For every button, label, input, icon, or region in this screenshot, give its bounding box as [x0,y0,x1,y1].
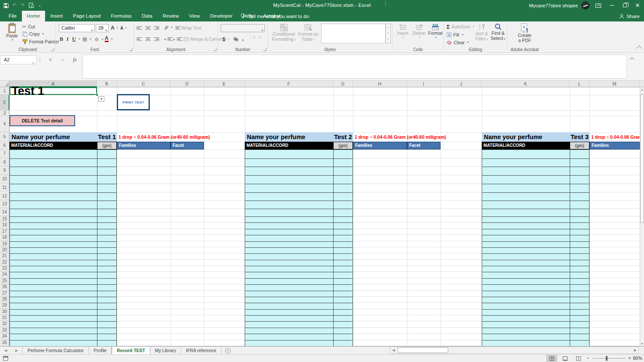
row-header-7[interactable]: 7 [0,149,9,158]
ribbon-tab-insert[interactable]: Insert [45,11,68,21]
autosum-button[interactable]: ΣAutoSum▾ [447,23,474,30]
row-header-31[interactable]: 31 [0,315,9,321]
row-header-12[interactable]: 12 [0,192,9,201]
format-cells-button[interactable]: Format▾ [428,24,443,39]
column-header-G[interactable]: G [333,81,353,87]
gm-header[interactable]: (gm) [570,142,589,149]
zoom-level[interactable]: 90% [633,355,642,362]
share-button[interactable]: Share [619,11,640,21]
align-bottom-button[interactable] [154,24,159,31]
row-header-9[interactable]: 9 [0,166,9,175]
decrease-indent-button[interactable]: ◂ [164,36,171,43]
row-header-28[interactable]: 28 [0,296,9,302]
font-dialog-launcher[interactable] [129,48,132,51]
sheet-nav-right-icon[interactable]: ▶ [11,347,22,354]
row-header-17[interactable]: 17 [0,228,9,234]
row-header-10[interactable]: 10 [0,175,9,183]
select-all-corner[interactable] [0,81,9,87]
row-header-4[interactable]: 4 [0,116,9,132]
horizontal-scrollbar[interactable]: ◀ ▶ [390,347,639,354]
row-header-23[interactable]: 23 [0,265,9,271]
print-test-button[interactable]: PRINT TEST [117,94,150,110]
clipboard-dialog-launcher[interactable] [51,48,54,51]
restore-button[interactable] [618,0,631,11]
facet-header[interactable]: Facet [407,142,440,149]
column-header-L[interactable]: L [570,81,589,87]
row-header-19[interactable]: 19 [0,241,9,247]
row-header-22[interactable]: 22 [0,259,9,265]
row-header-5[interactable]: 5 [0,132,9,142]
ribbon-tab-home[interactable]: Home [22,11,46,21]
create-pdf-button[interactable]: Create a PDF [515,23,534,43]
column-header-M[interactable]: M [589,81,640,87]
new-sheet-button[interactable]: + [222,347,234,354]
styles-gallery-scroll[interactable]: ▴▾▾ [386,24,391,43]
sheet-tab-ifra-reference[interactable]: IFRA reference [181,347,222,354]
page-break-view-button[interactable] [573,355,584,362]
vscroll-down-icon[interactable]: ▼ [640,342,644,345]
zoom-slider-track[interactable] [592,358,626,359]
formula-input[interactable] [82,55,627,79]
test-label[interactable]: Test 1 [97,132,117,142]
fill-button[interactable]: Fill▾ [447,31,463,38]
paste-button[interactable]: Paste▾ [3,23,21,42]
families-header[interactable]: Families [117,142,170,149]
normal-view-button[interactable] [546,355,557,362]
test-label[interactable]: Test 3 [570,132,589,142]
fill-handle[interactable] [96,94,98,96]
ribbon-tab-formulas[interactable]: Formulas [106,11,137,21]
underline-button[interactable]: U▾ [72,36,80,43]
ribbon-display-options-icon[interactable] [595,3,601,8]
gm-header[interactable]: (gm) [333,142,353,149]
avatar[interactable] [581,1,589,9]
material-accord-header[interactable]: MATERIAL/ACCORD [9,142,97,149]
row-header-1[interactable]: 1 [0,87,9,95]
format-as-table-button[interactable]: Format as Table▾ [297,24,319,42]
vscroll-up-icon[interactable]: ▲ [640,88,644,91]
row-header-25[interactable]: 25 [0,278,9,284]
families-header[interactable]: Families [589,142,640,149]
zoom-out-button[interactable]: − [586,355,589,362]
column-header-J[interactable]: J [440,81,482,87]
insert-cells-button[interactable]: Insert▾ [395,24,410,39]
sheet-tab-profile[interactable]: Profile [89,347,112,354]
vscroll-thumb[interactable] [641,94,644,223]
decrease-decimal-button[interactable]: .0→ [258,36,264,43]
zoom-in-button[interactable]: + [628,355,631,362]
column-header-I[interactable]: I [407,81,440,87]
test-label[interactable]: Test 2 [333,132,353,142]
row-header-8[interactable]: 8 [0,158,9,167]
copy-button[interactable]: Copy▾ [22,30,44,37]
minimize-button[interactable] [605,0,618,11]
currency-format-button[interactable]: $▾ [222,36,229,43]
column-header-F[interactable]: F [245,81,333,87]
facet-header[interactable]: Facet [170,142,204,149]
sheet-nav-left-icon[interactable]: ◀ [0,347,11,354]
orientation-button[interactable]: ab▾ [164,24,173,31]
row-header-29[interactable]: 29 [0,302,9,308]
sheet-tab-my-library[interactable]: My Library [150,347,181,354]
account-name[interactable]: Mycave77store shopee [529,3,578,8]
formula-bar-splitter[interactable] [39,58,40,62]
clear-button[interactable]: Clear▾ [447,39,469,46]
vertical-scrollbar[interactable]: ▲▼ [640,87,644,346]
hscroll-left-icon[interactable]: ◀ [390,347,397,353]
wrap-text-button[interactable]: Wrap Text [175,24,201,31]
ribbon-tab-page-layout[interactable]: Page Layout [68,11,106,21]
fill-color-button[interactable]: ▾ [94,36,103,43]
align-center-button[interactable] [145,36,151,43]
align-left-button[interactable] [137,36,142,43]
cancel-entry-icon[interactable]: ✕ [49,55,52,64]
row-header-2[interactable]: 2 [0,95,9,110]
data-cells-region[interactable] [482,149,589,346]
ribbon-tab-review[interactable]: Review [158,11,184,21]
ribbon-tab-file[interactable]: File [3,11,22,21]
column-header-E[interactable]: E [204,81,245,87]
perfume-name-header[interactable]: Name your perfume [482,132,570,142]
column-header-H[interactable]: H [353,81,407,87]
data-cells-region[interactable] [9,149,117,346]
align-middle-button[interactable] [145,24,151,31]
alignment-dialog-launcher[interactable] [213,48,216,51]
number-dialog-launcher[interactable] [263,48,266,51]
delete-test-detail-button[interactable]: DELETE Test detail [9,115,75,126]
